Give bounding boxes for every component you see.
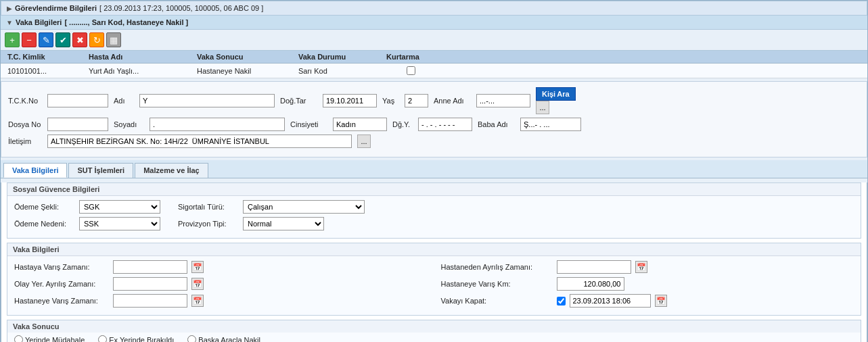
provizyon-tipi-select[interactable]: Normal bbox=[243, 217, 324, 230]
toolbar: + − ✎ ✔ ✖ ↻ ▦ bbox=[1, 30, 867, 51]
vaka-bilgileri-inner-title: Vaka Bilgileri bbox=[7, 243, 861, 256]
anne-adi-input[interactable] bbox=[476, 94, 530, 107]
vaka-sonucu-opt-baska-arac[interactable]: Başka Araçla Nakil bbox=[187, 335, 260, 342]
cinsiyet-input[interactable] bbox=[333, 118, 387, 131]
vaka-sonucu-opt-yerinde[interactable]: Yerinde Müdahale bbox=[14, 335, 85, 342]
odeme-sekli-label: Ödeme Şekli: bbox=[14, 203, 75, 211]
iletisim-input[interactable] bbox=[47, 135, 352, 148]
hastane-varis-zaman-row: Hastaneye Varış Zamanı: 📅 bbox=[14, 294, 428, 308]
vaka-sonucu-opt-ex-birakildi[interactable]: Ex Yerinde Bırakıldı bbox=[98, 335, 174, 342]
vaka-title: Vaka Bilgileri bbox=[16, 18, 62, 26]
adi-label: Adı bbox=[114, 97, 134, 105]
gorev-title: Görevlendirme Bilgileri bbox=[15, 4, 97, 12]
check-button[interactable]: ✔ bbox=[55, 32, 70, 47]
kisi-ara-dots-button[interactable]: ... bbox=[536, 101, 549, 114]
row-kurtarma bbox=[384, 66, 438, 75]
olay-ayrilik-cal[interactable]: 📅 bbox=[191, 278, 204, 290]
hastaya-varis-label: Hastaya Varış Zamanı: bbox=[14, 263, 109, 271]
hastane-ayrilik-label: Hastaneden Ayrılış Zamanı: bbox=[441, 263, 553, 271]
tab-content: Sosyal Güvence Bilgileri Ödeme Şekli: SG… bbox=[1, 182, 867, 342]
yas-label: Yaş bbox=[382, 97, 399, 105]
tab-vaka-bilgileri[interactable]: Vaka Bilgileri bbox=[3, 163, 67, 178]
sosyal-guvence-body: Ödeme Şekli: SGK Sigortalı Türü: Çalışan… bbox=[7, 196, 861, 238]
grid-button[interactable]: ▦ bbox=[106, 32, 121, 47]
hastane-varis-km-input[interactable] bbox=[557, 277, 624, 291]
odeme-nedeni-label: Ödeme Nedeni: bbox=[14, 220, 75, 228]
row-hasta: Yurt Adı Yaşlı... bbox=[86, 67, 194, 75]
hastaya-varis-input[interactable] bbox=[113, 260, 187, 274]
vaka-arrow[interactable]: ▼ bbox=[6, 19, 13, 26]
sigortali-turu-select[interactable]: Çalışan bbox=[243, 200, 365, 214]
vaka-bilgileri-inner-body: Hastaya Varış Zamanı: 📅 Olay Yer. Ayrılı… bbox=[7, 256, 861, 315]
hastane-ayrilik-input[interactable] bbox=[557, 260, 631, 274]
hastane-varis-zaman-cal[interactable]: 📅 bbox=[191, 295, 204, 307]
sigortali-turu-label: Sigortalı Türü: bbox=[178, 203, 239, 211]
row-vaka-sonucu: Hastaneye Nakil bbox=[194, 67, 296, 75]
soyadi-label: Soyadı bbox=[114, 120, 144, 128]
odeme-sekli-row: Ödeme Şekli: SGK Sigortalı Türü: Çalışan bbox=[14, 200, 854, 214]
dgy-label: Dğ.Y. bbox=[392, 120, 413, 128]
col-durumu: Vaka Durumu bbox=[296, 53, 384, 61]
odeme-nedeni-row: Ödeme Nedeni: SSK Provizyon Tipi: Normal bbox=[14, 217, 854, 230]
hastaya-varis-row: Hastaya Varış Zamanı: 📅 bbox=[14, 260, 428, 274]
hastane-ayrilik-cal[interactable]: 📅 bbox=[635, 261, 647, 273]
dogtar-input[interactable] bbox=[323, 94, 377, 107]
cinsiyet-label: Cinsiyeti bbox=[290, 120, 327, 128]
kurtarma-checkbox[interactable] bbox=[407, 66, 415, 75]
radio-baska-arac-label: Başka Araçla Nakil bbox=[198, 336, 260, 343]
vaka-section-header: ▼ Vaka Bilgileri [ ........., Sarı Kod, … bbox=[1, 16, 867, 30]
kisi-ara-line2: Ara bbox=[557, 90, 569, 98]
sosyal-guvence-section: Sosyal Güvence Bilgileri Ödeme Şekli: SG… bbox=[7, 182, 861, 239]
anne-adi-label: Anne Adı bbox=[434, 97, 471, 105]
dgy-input[interactable] bbox=[418, 118, 472, 131]
dosya-input[interactable] bbox=[47, 118, 108, 131]
hastane-varis-zaman-input[interactable] bbox=[113, 294, 187, 308]
tck-input[interactable] bbox=[47, 94, 108, 107]
hastaya-varis-cal[interactable]: 📅 bbox=[191, 261, 204, 273]
vakay-kapat-row: Vakayı Kapat: 📅 bbox=[441, 294, 854, 308]
edit-button[interactable]: ✎ bbox=[39, 32, 53, 47]
sosyal-guvence-title: Sosyal Güvence Bilgileri bbox=[7, 183, 861, 196]
vakay-kapat-cal[interactable]: 📅 bbox=[655, 295, 667, 307]
remove-button[interactable]: − bbox=[22, 32, 37, 47]
radio-baska-arac[interactable] bbox=[187, 335, 196, 342]
vaka-bracket-info: [ ........., Sarı Kod, Hastaneye Nakil ] bbox=[64, 18, 188, 26]
iletisim-label: İletişim bbox=[8, 137, 42, 145]
odeme-sekli-select[interactable]: SGK bbox=[79, 200, 160, 214]
baba-adi-input[interactable] bbox=[520, 118, 581, 131]
col-tc: T.C. Kimlik bbox=[5, 53, 86, 61]
tab-sut-islemleri[interactable]: SUT İşlemleri bbox=[68, 163, 133, 178]
vaka-sonucu-section: Vaka Sonucu Yerinde Müdahale Ex Yerinde … bbox=[7, 320, 861, 342]
hastane-ayrilik-row: Hastaneden Ayrılış Zamanı: 📅 bbox=[441, 260, 854, 274]
radio-ex-birakildi[interactable] bbox=[98, 335, 107, 342]
olay-ayrilik-input[interactable] bbox=[113, 277, 187, 291]
row-tc: 10101001... bbox=[5, 67, 86, 75]
vaka-bilgileri-inner-section: Vaka Bilgileri Hastaya Varış Zamanı: 📅 O… bbox=[7, 243, 861, 316]
kisi-ara-button[interactable]: Kişi Ara bbox=[536, 87, 576, 101]
adi-input[interactable] bbox=[139, 94, 275, 107]
cancel-button[interactable]: ✖ bbox=[72, 32, 87, 47]
tab-malzeme-ilac[interactable]: Malzeme ve İlaç bbox=[135, 163, 208, 178]
olay-ayrilik-label: Olay Yer. Ayrılış Zamanı: bbox=[14, 280, 109, 288]
radio-yerinde[interactable] bbox=[14, 335, 23, 342]
table-row[interactable]: 10101001... Yurt Adı Yaşlı... Hastaneye … bbox=[1, 64, 867, 78]
radio-ex-birakildi-label: Ex Yerinde Bırakıldı bbox=[109, 336, 174, 343]
yas-input[interactable] bbox=[405, 94, 428, 107]
table-header: T.C. Kimlik Hasta Adı Vaka Sonucu Vaka D… bbox=[1, 51, 867, 64]
kisi-form: T.C.K.No Adı Doğ.Tar Yaş Anne Adı Kişi A… bbox=[1, 81, 867, 157]
kisi-ara-line1: Kişi bbox=[542, 90, 555, 98]
add-button[interactable]: + bbox=[5, 32, 20, 47]
hastane-varis-km-row: Hastaneye Varış Km: bbox=[441, 277, 854, 291]
dogtar-label: Doğ.Tar bbox=[280, 97, 317, 105]
refresh-button[interactable]: ↻ bbox=[89, 32, 104, 47]
vakay-kapat-label: Vakayı Kapat: bbox=[441, 297, 553, 305]
olay-ayrilik-row: Olay Yer. Ayrılış Zamanı: 📅 bbox=[14, 277, 428, 291]
gorev-bracket-info: [ 23.09.2013 17:23, 100005, 100005, 06 A… bbox=[99, 4, 263, 12]
row-vaka-durumu: Sarı Kod bbox=[296, 67, 384, 75]
gorev-arrow[interactable]: ▶ bbox=[7, 5, 12, 12]
iletisim-dots-button[interactable]: ... bbox=[357, 135, 371, 148]
vakay-kapat-checkbox[interactable] bbox=[557, 297, 566, 306]
soyadi-input[interactable] bbox=[150, 118, 285, 131]
odeme-nedeni-select[interactable]: SSK bbox=[79, 217, 160, 230]
vakay-kapat-date-input[interactable] bbox=[570, 294, 651, 308]
